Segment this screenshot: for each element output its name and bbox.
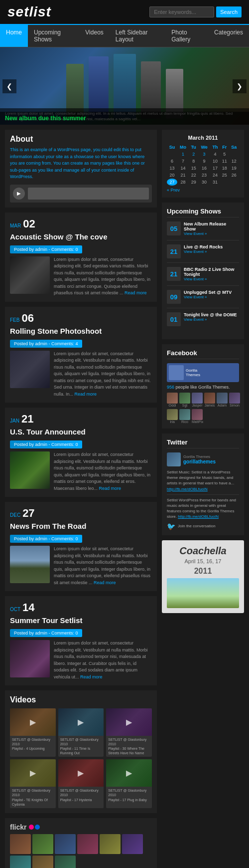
cal-cell[interactable]: 15	[189, 165, 198, 172]
nav-gallery[interactable]: Photo Gallery	[165, 25, 208, 47]
flickr-photo-1[interactable]	[10, 834, 31, 854]
fb-avatar-4[interactable]	[204, 393, 215, 404]
flickr-photo-9[interactable]	[55, 856, 76, 868]
nav-upcoming[interactable]: Upcoming Shows	[28, 25, 79, 47]
show-link-4[interactable]: View Event »	[184, 295, 232, 299]
cal-cell[interactable]: 26	[229, 172, 239, 179]
cal-cell[interactable]: 31	[210, 179, 220, 186]
video-item-4[interactable]: SETLIST @ Glastonbury 2010Playlist - TE …	[10, 759, 56, 808]
cal-cell[interactable]: 23	[198, 172, 210, 179]
fb-avatar-7[interactable]	[167, 409, 178, 420]
cal-cell[interactable]: 17	[210, 165, 220, 172]
about-title: About	[10, 135, 152, 144]
flickr-photo-4[interactable]	[77, 834, 98, 854]
show-link-3[interactable]: View Event »	[184, 277, 239, 281]
fb-avatar-1[interactable]	[167, 393, 178, 404]
post-1-title: Acoustic Show @ The cove	[10, 232, 152, 241]
calendar-widget: March 2011 Su Mo Tu We Th Fr Sa 1 2 3 4	[162, 130, 244, 198]
cal-cell[interactable]: 1	[177, 151, 189, 158]
cal-cell[interactable]: 20	[167, 172, 177, 179]
show-item-2: 21 Live @ Red Rocks View Event »	[167, 244, 239, 263]
hero-next-arrow[interactable]: ❯	[233, 79, 247, 93]
nav-sidebar[interactable]: Left Sidebar Layout	[110, 25, 165, 47]
flickr-photo-2[interactable]	[32, 834, 53, 854]
fb-avatar-3-col: Jasper	[192, 393, 203, 407]
search-button[interactable]: Search	[216, 6, 242, 17]
cal-cell[interactable]: 12	[229, 158, 239, 165]
video-item-6[interactable]: SETLIST @ Glastonbury 2010Playlist - 17 …	[106, 759, 152, 808]
video-caption-4: SETLIST @ Glastonbury 2010Playlist - TE …	[10, 787, 56, 808]
video-item-3[interactable]: SETLIST @ Glastonbury 2010Playlist - 30 …	[106, 708, 152, 757]
cal-cell[interactable]: 6	[167, 158, 177, 165]
facebook-page-preview[interactable]: GorillaThemes	[167, 363, 239, 382]
show-link-2[interactable]: View Event »	[184, 249, 223, 254]
post-4-read-more[interactable]: Read more	[94, 580, 116, 585]
cal-today[interactable]: 27	[167, 179, 177, 186]
post-4-meta: Posted by admin - Comments: 0	[10, 535, 82, 543]
post-5-day: 14	[22, 601, 34, 614]
show-item-4: 09 Unplugged Set @ MTV View Event »	[167, 290, 239, 308]
fb-avatar-6[interactable]	[229, 393, 240, 404]
cal-cell[interactable]: 22	[189, 172, 198, 179]
fb-avatar-5[interactable]	[217, 393, 228, 404]
post-1-read-more[interactable]: Read more	[124, 290, 147, 295]
cal-cell[interactable]: 3	[198, 151, 210, 158]
flickr-photo-8[interactable]	[32, 856, 53, 868]
flickr-dots	[29, 825, 40, 830]
twitter-link-1[interactable]: http://fb.me/dOBLfuoIN	[167, 487, 208, 491]
flickr-photo-6[interactable]	[122, 834, 143, 854]
coachella-box[interactable]: Coachella April 15, 16, 17 2011	[162, 540, 244, 613]
cal-cell[interactable]: 18	[220, 165, 229, 172]
show-link-1[interactable]: View Event »	[184, 231, 239, 236]
cal-cell[interactable]: 30	[198, 179, 210, 186]
cal-cell[interactable]: 7	[177, 158, 189, 165]
flickr-photo-5[interactable]	[100, 834, 121, 854]
cal-cell[interactable]: 4	[210, 151, 220, 158]
video-item-2[interactable]: SETLIST @ Glastonbury 2010Playlist - 11 …	[58, 708, 104, 757]
cal-cell[interactable]: 28	[177, 179, 189, 186]
cal-cell[interactable]: 2	[189, 151, 198, 158]
cal-cell[interactable]: 25	[220, 172, 229, 179]
nav-categories[interactable]: Categories	[208, 25, 249, 47]
cal-cell[interactable]: 8	[189, 158, 198, 165]
cal-prev-link[interactable]: « Prev	[167, 188, 239, 193]
post-3-read-more[interactable]: Read more	[99, 486, 122, 491]
video-item-5[interactable]: SETLIST @ Glastonbury 2010Playlist - 17 …	[58, 759, 104, 808]
play-button[interactable]: ▶	[13, 188, 25, 200]
cal-cell[interactable]: 13	[167, 165, 177, 172]
post-2-day: 06	[21, 312, 33, 325]
flickr-photo-3[interactable]	[55, 834, 76, 854]
flickr-photo-7[interactable]	[10, 856, 31, 868]
cal-cell[interactable]: 29	[189, 179, 198, 186]
fb-avatar-4-col: James	[204, 393, 215, 407]
cal-cell[interactable]: 16	[198, 165, 210, 172]
cal-cell[interactable]: 5	[220, 151, 229, 158]
fb-avatar-8[interactable]	[179, 409, 190, 420]
cal-cell[interactable]: 24	[210, 172, 220, 179]
twitter-handle[interactable]: gorillathemes	[183, 459, 216, 464]
hero-prev-arrow[interactable]: ❮	[2, 79, 16, 93]
post-5-read-more[interactable]: Read more	[80, 674, 103, 679]
video-item-1[interactable]: SETLIST @ Glastonbury 2010Playlist - 4 U…	[10, 708, 56, 757]
cal-cell[interactable]: 14	[177, 165, 189, 172]
cal-cell[interactable]: 10	[210, 158, 220, 165]
fb-avatar-9[interactable]	[192, 409, 203, 420]
cal-cell[interactable]: 21	[177, 172, 189, 179]
show-link-5[interactable]: View Event »	[184, 317, 237, 322]
fb-avatar-2[interactable]	[179, 393, 190, 404]
fb-avatar-3[interactable]	[192, 393, 203, 404]
cal-cell[interactable]: 11	[220, 158, 229, 165]
fb-avatar-7-col: Iria	[167, 409, 178, 424]
coachella-year: 2011	[167, 567, 239, 576]
search-input[interactable]	[149, 6, 214, 17]
nav-videos[interactable]: Videos	[79, 25, 109, 47]
fb-likes-count: 956 people like Gorilla Themes.	[167, 385, 239, 390]
show-info-1: New Album Release Show View Event »	[184, 221, 239, 236]
twitter-join-link[interactable]: Join the conversation	[178, 524, 216, 528]
nav-home[interactable]: Home	[0, 25, 28, 47]
cal-cell[interactable]: 9	[198, 158, 210, 165]
cal-th-we: We	[198, 144, 210, 151]
cal-cell[interactable]: 19	[229, 165, 239, 172]
post-2-read-more[interactable]: Read more	[75, 392, 97, 397]
twitter-link-2[interactable]: http://fb.me/dOBLfuoIN	[178, 514, 219, 519]
